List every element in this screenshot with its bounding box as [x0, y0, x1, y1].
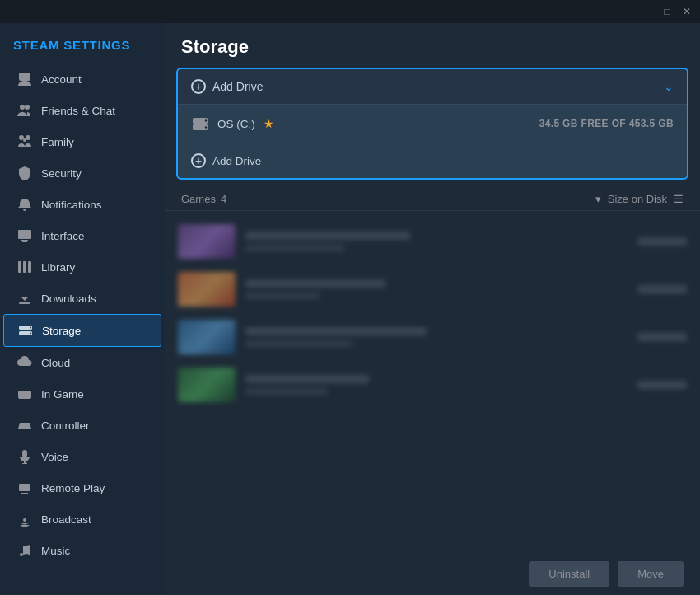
- add-drive-row-label: Add Drive: [212, 155, 261, 167]
- sidebar-item-voice[interactable]: Voice: [3, 441, 161, 472]
- sidebar-item-interface[interactable]: Interface: [3, 220, 161, 251]
- maximize-button[interactable]: □: [660, 5, 674, 18]
- table-row: [165, 361, 700, 409]
- game-name-bar: [245, 232, 410, 240]
- game-size: [637, 333, 687, 341]
- sidebar-item-cloud[interactable]: Cloud: [3, 347, 161, 378]
- minimize-button[interactable]: —: [641, 5, 654, 18]
- chevron-down-icon: ⌄: [664, 80, 674, 93]
- svg-rect-8: [21, 240, 28, 241]
- drive-item-left: OS (C:) ★: [191, 115, 274, 133]
- sidebar-item-friends[interactable]: Friends & Chat: [3, 95, 161, 126]
- games-header-left: Games 4: [181, 193, 226, 205]
- svg-point-16: [30, 333, 31, 335]
- dropdown-header[interactable]: + Add Drive ⌄: [178, 69, 687, 104]
- sidebar-item-music[interactable]: Music: [3, 535, 161, 566]
- ingame-label: In Game: [41, 388, 84, 401]
- sidebar-item-downloads[interactable]: Downloads: [3, 283, 161, 314]
- game-size: [637, 237, 687, 246]
- game-size: [637, 381, 687, 389]
- add-drive-row[interactable]: + Add Drive: [178, 143, 687, 178]
- games-count: 4: [221, 193, 226, 205]
- svg-point-5: [23, 138, 26, 142]
- sidebar-item-family[interactable]: Family: [3, 126, 161, 157]
- game-name-bar: [245, 375, 369, 383]
- game-name-bar: [245, 327, 427, 335]
- uninstall-button[interactable]: Uninstall: [529, 561, 609, 587]
- game-info: [245, 279, 628, 299]
- sidebar-item-notifications[interactable]: Notifications: [3, 189, 161, 220]
- voice-label: Voice: [41, 451, 68, 463]
- game-sub-bar: [245, 388, 328, 395]
- svg-point-15: [30, 327, 31, 329]
- drive-free-space: 34.5 GB FREE OF 453.5 GB: [539, 118, 674, 129]
- svg-point-20: [27, 394, 29, 396]
- svg-rect-0: [19, 73, 30, 81]
- svg-rect-28: [22, 463, 27, 464]
- content-area: Storage + Add Drive ⌄: [165, 23, 700, 595]
- svg-point-36: [205, 119, 207, 121]
- game-info: [245, 375, 628, 395]
- dropdown-add-drive-label: Add Drive: [212, 80, 263, 93]
- svg-point-4: [26, 135, 30, 140]
- content-footer: Uninstall Move: [165, 553, 700, 595]
- games-header: Games 4 ▾ Size on Disk ☰: [165, 188, 700, 211]
- game-info: [245, 327, 628, 347]
- game-thumbnail: [178, 272, 236, 307]
- sort-icon: ☰: [674, 193, 684, 205]
- notifications-icon: [16, 196, 33, 213]
- move-button[interactable]: Move: [618, 561, 684, 587]
- svg-point-25: [28, 424, 30, 426]
- svg-point-3: [19, 135, 24, 140]
- svg-rect-9: [18, 261, 21, 273]
- music-label: Music: [41, 545, 70, 557]
- sidebar-item-storage[interactable]: Storage: [3, 314, 161, 347]
- controller-label: Controller: [41, 419, 90, 432]
- broadcast-icon: [16, 511, 33, 527]
- sidebar-item-library[interactable]: Library: [3, 251, 161, 283]
- friends-label: Friends & Chat: [41, 105, 115, 117]
- game-sub-bar: [245, 245, 344, 251]
- app-body: STEAM SETTINGS Account Friends: [0, 23, 700, 595]
- games-label: Games: [181, 193, 216, 205]
- account-icon: [16, 71, 33, 87]
- downloads-label: Downloads: [41, 293, 96, 305]
- game-name-bar: [245, 279, 385, 288]
- storage-label: Storage: [42, 325, 81, 337]
- svg-rect-19: [24, 391, 26, 395]
- cloud-icon: [16, 354, 33, 371]
- page-title: Storage: [181, 36, 684, 58]
- svg-rect-11: [28, 261, 31, 273]
- friends-icon: [16, 102, 33, 119]
- sidebar-item-account[interactable]: Account: [3, 63, 161, 95]
- svg-point-32: [20, 553, 23, 556]
- library-icon: [16, 259, 33, 275]
- games-header-right: ▾ Size on Disk ☰: [595, 193, 684, 205]
- game-sub-bar: [245, 340, 352, 347]
- svg-point-37: [205, 126, 207, 128]
- sidebar-item-security[interactable]: Security: [3, 157, 161, 189]
- sidebar-item-remoteplay[interactable]: Remote Play: [3, 472, 161, 504]
- controller-icon: [16, 417, 33, 433]
- chevron-down-sort-icon: ▾: [595, 193, 601, 205]
- library-label: Library: [41, 261, 75, 274]
- security-icon: [16, 165, 33, 181]
- sidebar-item-controller[interactable]: Controller: [3, 410, 161, 441]
- sidebar-item-ingame[interactable]: In Game: [3, 378, 161, 410]
- music-icon: [16, 542, 33, 559]
- svg-point-24: [26, 424, 28, 426]
- family-icon: [16, 134, 33, 150]
- sidebar: STEAM SETTINGS Account Friends: [0, 23, 165, 595]
- storage-icon: [17, 322, 34, 339]
- table-row: [165, 265, 700, 313]
- close-button[interactable]: ✕: [680, 5, 693, 18]
- drive-item-c[interactable]: OS (C:) ★ 34.5 GB FREE OF 453.5 GB: [178, 104, 687, 143]
- security-label: Security: [41, 167, 82, 180]
- title-bar: — □ ✕: [0, 0, 700, 23]
- svg-rect-12: [19, 302, 30, 304]
- drive-star-icon: ★: [264, 117, 274, 130]
- sidebar-item-broadcast[interactable]: Broadcast: [3, 504, 161, 535]
- ingame-icon: [16, 386, 33, 402]
- game-thumbnail: [178, 368, 236, 402]
- notifications-label: Notifications: [41, 199, 102, 211]
